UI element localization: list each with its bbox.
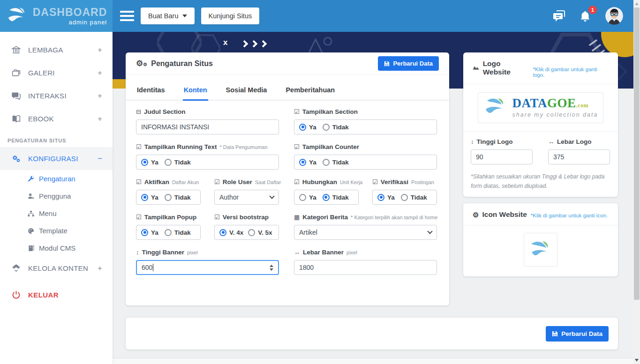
sidebar-item-keluar[interactable]: KELUAR — [0, 283, 113, 306]
card-title: Logo Website — [483, 59, 529, 76]
icon-image[interactable] — [524, 233, 557, 267]
collapse-minus-icon[interactable]: − — [98, 154, 102, 163]
check-square-icon: ☑ — [372, 178, 378, 186]
bottom-action-bar: Perbarui Data — [126, 318, 618, 349]
radio-label: V. 5x — [258, 229, 272, 236]
radio-ya[interactable]: Ya — [377, 194, 395, 201]
comments-icon — [11, 91, 21, 101]
tab-identitas[interactable]: Identitas — [136, 86, 166, 101]
notification-badge: 1 — [588, 6, 597, 14]
kunjungi-situs-button[interactable]: Kunjungi Situs — [201, 7, 260, 24]
sidebar-subitem-pengaturan[interactable]: Pengaturan — [0, 170, 113, 187]
radio-v5x[interactable]: V. 5x — [248, 229, 272, 236]
radio-ya[interactable]: Ya — [299, 194, 316, 201]
radio-label: Ya — [309, 159, 316, 166]
role-user-select[interactable]: Author — [214, 190, 279, 205]
sidebar-label: KONFIGURASI — [28, 155, 78, 163]
perbarui-data-button-top[interactable]: Perbarui Data — [378, 56, 439, 71]
chevron-down-icon — [269, 193, 274, 199]
judul-section-input[interactable] — [136, 119, 279, 134]
kategori-berita-select[interactable]: Artikel — [294, 225, 437, 240]
avatar-image — [605, 7, 623, 25]
expand-plus-icon[interactable]: + — [98, 68, 102, 78]
sidebar-subitem-modul-cms[interactable]: Modul CMS — [0, 239, 113, 257]
radio-tidak[interactable]: Tidak — [165, 159, 191, 166]
radio-tidak[interactable]: Tidak — [323, 194, 349, 201]
sidebar-label: LEMBAGA — [28, 46, 63, 54]
radio-label: Tidak — [411, 194, 427, 201]
expand-plus-icon[interactable]: + — [98, 91, 102, 101]
scrollbar-thumb[interactable] — [634, 7, 640, 300]
tab-pemberitahuan[interactable]: Pemberitahuan — [285, 86, 336, 101]
radio-tidak[interactable]: Tidak — [323, 159, 349, 166]
radio-tidak[interactable]: Tidak — [323, 124, 349, 131]
radio-label: Ya — [309, 194, 316, 201]
perbarui-data-button-bottom[interactable]: Perbarui Data — [546, 326, 609, 342]
sidebar-label: KELUAR — [28, 291, 59, 299]
radio-label: Ya — [151, 194, 158, 201]
radio-ya[interactable]: Ya — [141, 229, 158, 236]
sidebar-section-label: PENGATURAN SITUS — [8, 138, 113, 143]
notifications-button[interactable]: 1 — [579, 9, 592, 22]
scroll-up-arrow-icon[interactable] — [635, 2, 639, 5]
button-label: Perbarui Data — [561, 330, 602, 337]
scroll-down-arrow-icon[interactable] — [635, 359, 639, 362]
expand-plus-icon[interactable]: + — [98, 264, 102, 273]
page-footer — [113, 358, 633, 364]
sidebar-item-lembaga[interactable]: LEMBAGA + — [0, 38, 113, 61]
wrench-icon — [27, 175, 35, 183]
expand-plus-icon[interactable]: + — [98, 45, 102, 55]
logo-size-note: *Silahkan sesuaikan ukuran Tinggi & Leba… — [463, 164, 618, 191]
radio-ya[interactable]: Ya — [299, 159, 316, 166]
card-title: Icon Website — [482, 210, 527, 219]
subitem-label: Pengaturan — [39, 175, 75, 183]
sidebar-item-konfigurasi[interactable]: KONFIGURASI − — [0, 147, 113, 170]
tab-konten[interactable]: Konten — [183, 86, 208, 101]
tab-sosial-media[interactable]: Sosial Media — [225, 86, 268, 101]
radio-tidak[interactable]: Tidak — [165, 194, 191, 201]
expand-plus-icon[interactable]: + — [98, 114, 102, 124]
lebar-logo-input[interactable] — [548, 149, 610, 164]
radio-ya[interactable]: Ya — [141, 159, 158, 166]
field-label: Tampilkan Running Text — [144, 143, 217, 150]
sidebar-subitem-menu[interactable]: Menu — [0, 205, 113, 222]
settings-tabs: Identitas Konten Sosial Media Pemberitah… — [126, 86, 449, 101]
field-label: Tampilkan Counter — [302, 143, 359, 150]
sidebar-subitem-pengguna[interactable]: Pengguna — [0, 187, 113, 205]
radio-ya[interactable]: Ya — [299, 124, 316, 131]
radio-v4x[interactable]: V. 4x — [219, 229, 243, 236]
field-label: Kategori Berita — [302, 214, 348, 221]
sidebar-subitem-template[interactable]: Template — [0, 222, 113, 239]
sidebar-label: EBOOK — [28, 115, 54, 123]
radio-label: V. 4x — [229, 229, 243, 236]
sidebar-item-kelola-konten[interactable]: KELOLA KONTEN + — [0, 257, 113, 280]
hamburger-menu-icon[interactable] — [120, 11, 134, 21]
logo-image[interactable]: DATAGOE.com share my collection data — [478, 92, 603, 123]
radio-tidak[interactable]: Tidak — [401, 194, 427, 201]
save-icon — [552, 331, 558, 337]
app-logo[interactable]: DASHBOARD admin panel — [0, 0, 113, 32]
tinggi-logo-input[interactable] — [471, 149, 533, 164]
sidebar-item-ebook[interactable]: EBOOK + — [0, 107, 113, 130]
user-avatar[interactable] — [605, 7, 623, 25]
sidebar-item-interaksi[interactable]: INTERAKSI + — [0, 84, 113, 107]
check-square-icon: ☑ — [214, 178, 220, 186]
radio-tidak[interactable]: Tidak — [165, 229, 191, 236]
radio-label: Tidak — [174, 159, 191, 166]
text-width-icon: ↔ — [294, 249, 300, 256]
sidebar-item-galeri[interactable]: GALERI + — [0, 61, 113, 84]
input-value: 600 — [142, 264, 152, 271]
number-spinner[interactable] — [270, 265, 273, 271]
vertical-scrollbar[interactable] — [633, 0, 640, 364]
buat-baru-button[interactable]: Buat Baru — [141, 7, 195, 24]
subitem-label: Modul CMS — [39, 244, 75, 252]
caret-down-icon — [182, 15, 187, 17]
field-label: Verifikasi — [381, 178, 408, 186]
tinggi-banner-input[interactable]: 600 — [136, 260, 279, 275]
radio-ya[interactable]: Ya — [141, 194, 158, 201]
radio-label: Ya — [309, 124, 316, 131]
brand-subtitle: admin panel — [33, 19, 107, 25]
lebar-banner-input[interactable] — [294, 260, 437, 275]
radio-label: Tidak — [332, 159, 349, 166]
messages-button[interactable] — [553, 9, 566, 22]
